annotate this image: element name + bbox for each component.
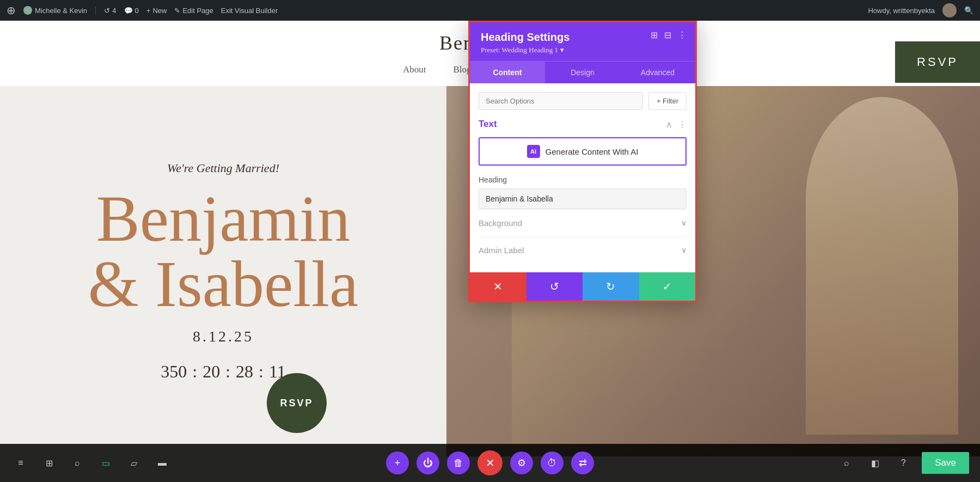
panel-collapse-icon[interactable]: ⊟ xyxy=(664,30,671,40)
toolbar-layers-icon[interactable]: ◧ xyxy=(865,453,885,473)
avatar xyxy=(942,3,957,17)
toolbar-power-icon[interactable]: ⏻ xyxy=(416,452,439,474)
admin-label-chevron-icon: ∨ xyxy=(681,246,687,255)
rsvp-float-button[interactable]: RSVP xyxy=(267,373,327,433)
toolbar-timer-icon[interactable]: ⏱ xyxy=(541,452,564,474)
person-image xyxy=(806,97,958,435)
countdown-sep2: : xyxy=(225,362,230,382)
toolbar-tablet-icon[interactable]: ▱ xyxy=(124,453,144,473)
preset-chevron-icon: ▾ xyxy=(560,46,564,54)
edit-icon: ✎ xyxy=(174,7,180,15)
wp-logo-icon[interactable]: ⊕ xyxy=(7,4,16,17)
admin-label-section[interactable]: Admin Label ∨ xyxy=(479,236,687,264)
page-wrapper: Ben & Izzy About Blog Contact Home RSVP … xyxy=(0,21,980,482)
countdown-minutes: 28 xyxy=(236,362,253,382)
confirm-button[interactable]: ✓ xyxy=(639,272,696,301)
edit-page-button[interactable]: ✎ Edit Page xyxy=(174,7,213,15)
countdown-sep3: : xyxy=(259,362,264,382)
toolbar-desktop-icon[interactable]: ▭ xyxy=(96,453,115,473)
panel-footer: ✕ ↺ ↻ ✓ xyxy=(470,272,695,301)
search-row: + Filter xyxy=(479,92,687,110)
panel-header-icons: ⊞ ⊟ ⋮ xyxy=(651,30,687,40)
filter-button[interactable]: + Filter xyxy=(648,92,687,110)
background-chevron-icon: ∨ xyxy=(681,218,687,228)
rsvp-top-button[interactable]: RSVP xyxy=(895,41,980,83)
undo-button[interactable]: ↺ xyxy=(526,272,583,301)
howdy-text: Howdy, writtenbyekta xyxy=(868,7,935,15)
comments-link[interactable]: 💬 0 xyxy=(124,7,139,15)
hero-subtitle: We're Getting Married! xyxy=(167,161,279,175)
toolbar-close-icon[interactable]: ✕ xyxy=(477,450,503,475)
ai-icon: AI xyxy=(527,145,540,158)
panel-expand-icon[interactable]: ⊞ xyxy=(651,30,658,40)
admin-bar-sep1: | xyxy=(95,5,96,15)
toolbar-trash-icon[interactable]: 🗑 xyxy=(447,452,470,474)
tab-content[interactable]: Content xyxy=(470,62,545,83)
countdown: 350 : 20 : 28 : 11 xyxy=(161,362,285,382)
revisions-icon: ↺ xyxy=(104,7,110,15)
bottom-toolbar-left: ≡ ⊞ ⌕ ▭ ▱ ▬ xyxy=(11,453,172,473)
heading-field-label: Heading xyxy=(479,175,687,184)
countdown-sep1: : xyxy=(192,362,197,382)
toolbar-settings-icon[interactable]: ⚙ xyxy=(510,452,533,474)
section-icons: ∧ ⋮ xyxy=(666,119,687,130)
admin-bar-right: Howdy, writtenbyekta 🔍 xyxy=(868,3,973,17)
tab-advanced[interactable]: Advanced xyxy=(620,62,695,83)
toolbar-mobile-icon[interactable]: ▬ xyxy=(152,453,172,473)
bottom-toolbar: ≡ ⊞ ⌕ ▭ ▱ ▬ + ⏻ 🗑 ✕ ⚙ ⏱ ⇄ ⌕ ◧ ? Save xyxy=(0,444,980,482)
toolbar-help-icon[interactable]: ? xyxy=(893,453,913,473)
panel-menu-icon[interactable]: ⋮ xyxy=(678,30,687,40)
toolbar-sync-icon[interactable]: ⇄ xyxy=(571,452,594,474)
new-button[interactable]: + New xyxy=(146,7,167,15)
bottom-toolbar-center: + ⏻ 🗑 ✕ ⚙ ⏱ ⇄ xyxy=(386,450,594,475)
background-section[interactable]: Background ∨ xyxy=(479,209,687,236)
revisions-link[interactable]: ↺ 4 xyxy=(104,7,116,15)
admin-bar: ⊕ Michelle & Kevin | ↺ 4 💬 0 + New ✎ Edi… xyxy=(0,0,980,21)
save-button[interactable]: Save xyxy=(922,452,969,474)
section-collapse-icon[interactable]: ∧ xyxy=(666,119,672,130)
countdown-days: 350 xyxy=(161,362,187,382)
bottom-toolbar-right: ⌕ ◧ ? Save xyxy=(837,452,969,474)
section-more-icon[interactable]: ⋮ xyxy=(678,119,687,130)
text-section-title: Text xyxy=(479,119,497,130)
toolbar-menu-icon[interactable]: ≡ xyxy=(11,453,30,473)
background-section-title: Background xyxy=(479,218,522,228)
admin-bar-left: ⊕ Michelle & Kevin | ↺ 4 💬 0 + New ✎ Edi… xyxy=(7,4,868,17)
heading-input[interactable] xyxy=(479,188,687,209)
hero-date: 8.12.25 xyxy=(193,328,254,345)
hero-name-line1: Benjamin xyxy=(96,186,351,252)
generate-ai-button[interactable]: AI Generate Content With AI xyxy=(479,137,687,166)
plus-icon: + xyxy=(146,7,151,15)
text-section-header: Text ∧ ⋮ xyxy=(479,119,687,130)
panel-body: + Filter Text ∧ ⋮ AI Generate Content Wi… xyxy=(470,83,695,272)
site-name[interactable]: Michelle & Kevin xyxy=(23,6,87,15)
admin-label-title: Admin Label xyxy=(479,246,524,255)
comments-icon: 💬 xyxy=(124,7,133,15)
panel-header: Heading Settings Preset: Wedding Heading… xyxy=(470,22,695,61)
admin-search-icon[interactable]: 🔍 xyxy=(964,6,973,15)
cancel-button[interactable]: ✕ xyxy=(470,272,526,301)
toolbar-zoom-icon[interactable]: ⌕ xyxy=(837,453,856,473)
heading-settings-panel: Heading Settings Preset: Wedding Heading… xyxy=(468,21,697,302)
toolbar-grid-icon[interactable]: ⊞ xyxy=(39,453,59,473)
search-options-input[interactable] xyxy=(479,92,643,110)
hero-name-line2: & Isabella xyxy=(88,252,358,317)
panel-tabs: Content Design Advanced xyxy=(470,61,695,83)
toolbar-add-icon[interactable]: + xyxy=(386,452,409,474)
ai-button-label: Generate Content With AI xyxy=(546,147,639,156)
nav-about[interactable]: About xyxy=(403,64,426,75)
panel-container: Heading Settings Preset: Wedding Heading… xyxy=(468,21,697,302)
panel-preset[interactable]: Preset: Wedding Heading 1 ▾ xyxy=(481,46,684,54)
redo-button[interactable]: ↻ xyxy=(583,272,639,301)
toolbar-search-icon[interactable]: ⌕ xyxy=(68,453,87,473)
tab-design[interactable]: Design xyxy=(545,62,620,83)
hero-left: We're Getting Married! Benjamin & Isabel… xyxy=(0,86,446,456)
exit-builder-button[interactable]: Exit Visual Builder xyxy=(221,7,278,15)
countdown-hours: 20 xyxy=(203,362,220,382)
